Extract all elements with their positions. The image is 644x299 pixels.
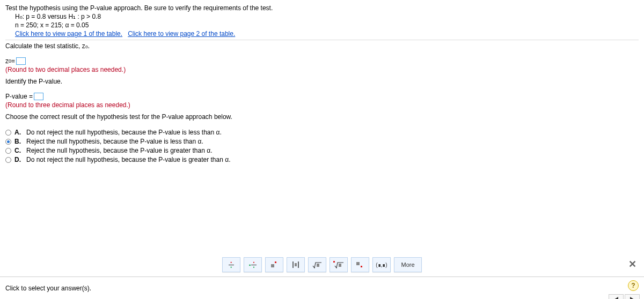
option-d-radio[interactable]: [5, 157, 11, 163]
svg-rect-9: [361, 266, 362, 267]
table-page1-link[interactable]: Click here to view page 1 of the table.: [15, 30, 122, 38]
svg-rect-5: [317, 264, 319, 267]
divider: [5, 40, 639, 40]
interval-icon[interactable]: (∎,∎): [372, 257, 391, 272]
option-b-text: Reject the null hypothesis, because the …: [26, 138, 203, 145]
choose-prompt: Choose the correct result of the hypothe…: [5, 113, 639, 121]
math-toolbar: ▪▪ ▪▪▪ (∎,∎) More: [222, 257, 422, 272]
option-b-letter: B.: [14, 138, 21, 145]
params-line: n = 250; x = 215; α = 0.05: [5, 21, 639, 29]
mixed-fraction-icon[interactable]: ▪▪▪: [244, 257, 262, 272]
close-icon[interactable]: ✕: [628, 258, 636, 270]
question-intro: Test the hypothesis using the P-value ap…: [5, 4, 639, 12]
nth-root-icon[interactable]: [330, 257, 348, 272]
svg-rect-1: [275, 261, 276, 263]
svg-rect-8: [356, 262, 360, 265]
pvalue-prompt: Identify the P-value.: [5, 78, 639, 85]
more-button[interactable]: More: [394, 257, 422, 272]
abs-value-icon[interactable]: [287, 257, 305, 272]
subscript-icon[interactable]: [351, 257, 369, 272]
option-a-text: Do not reject the null hypothesis, becau…: [26, 129, 222, 136]
option-a-letter: A.: [14, 129, 21, 136]
option-d-letter: D.: [14, 156, 21, 163]
chevron-left-icon: [614, 297, 618, 299]
calc-prompt: Calculate the test statistic, z₀.: [5, 42, 639, 50]
hypothesis-line: H₀: p = 0.8 versus H₁ : p > 0.8: [5, 13, 639, 20]
option-b-radio[interactable]: [5, 139, 11, 145]
pvalue-label: P-value =: [5, 93, 33, 100]
fraction-icon[interactable]: ▪▪: [222, 257, 240, 272]
option-d-text: Do not reject the null hypothesis, becau…: [26, 156, 231, 163]
svg-rect-7: [339, 264, 341, 267]
chevron-right-icon: [630, 297, 634, 299]
help-button[interactable]: ?: [628, 280, 639, 291]
option-c-radio[interactable]: [5, 148, 11, 154]
footer-prompt: Click to select your answer(s).: [5, 285, 91, 292]
option-c-text: Reject the null hypothesis, because the …: [26, 147, 212, 154]
z0-input[interactable]: [16, 57, 26, 65]
option-c-letter: C.: [14, 147, 21, 154]
svg-rect-6: [333, 261, 335, 263]
exponent-icon[interactable]: [265, 257, 283, 272]
option-a-radio[interactable]: [5, 130, 11, 136]
sqrt-icon[interactable]: [308, 257, 326, 272]
z0-round-hint: (Round to two decimal places as needed.): [5, 66, 639, 73]
table-page2-link[interactable]: Click here to view page 2 of the table.: [128, 30, 235, 38]
z0-label-post: =: [11, 57, 15, 65]
svg-rect-0: [271, 264, 274, 267]
svg-rect-3: [295, 263, 297, 266]
pvalue-round-hint: (Round to three decimal places as needed…: [5, 101, 639, 109]
prev-button[interactable]: [609, 294, 624, 299]
pvalue-input[interactable]: [34, 93, 43, 100]
next-button[interactable]: [625, 294, 640, 299]
